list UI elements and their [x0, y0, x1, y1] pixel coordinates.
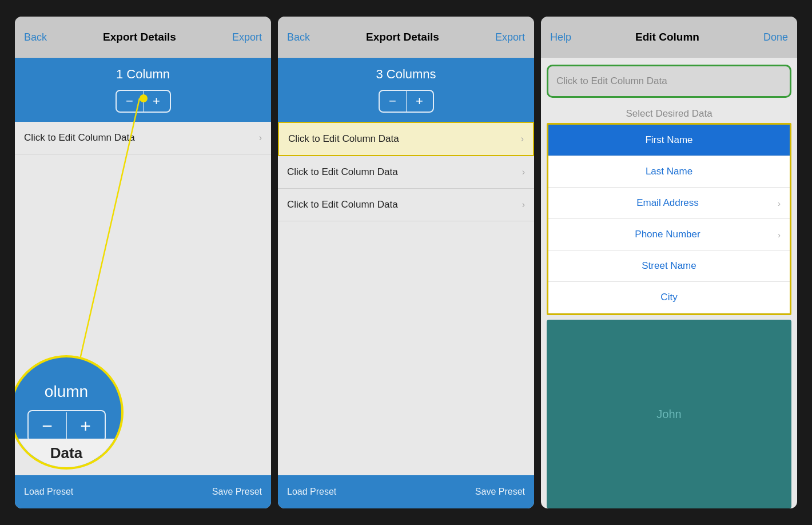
screen3-data-item-city-text: City — [558, 292, 781, 303]
screen1-title: Export Details — [103, 31, 176, 43]
zoom-circle-bottom: Data — [15, 439, 121, 467]
screen3-data-item-street[interactable]: Street Name — [548, 250, 790, 282]
screen3-data-item-lastname[interactable]: Last Name — [548, 156, 790, 188]
screen3-preview-text: John — [656, 408, 681, 421]
zoom-stepper: − + — [27, 410, 106, 442]
screen1-increment-button[interactable]: + — [144, 91, 170, 112]
screen1-back-button[interactable]: Back — [24, 31, 47, 43]
screen1-navbar: Back Export Details Export — [15, 17, 271, 58]
screen3-email-chevron-icon: › — [778, 198, 781, 208]
zoom-increment-icon: + — [67, 411, 105, 441]
screen3: Help Edit Column Done Click to Edit Colu… — [541, 17, 797, 508]
zoom-data-text: Data — [50, 444, 82, 462]
zoom-decrement-icon: − — [29, 411, 66, 441]
screen3-data-item-lastname-text: Last Name — [558, 166, 781, 177]
screen2-list: Click to Edit Column Data › Click to Edi… — [278, 122, 534, 475]
screen3-data-item-email[interactable]: Email Address › — [548, 188, 790, 219]
screen3-select-label: Select Desired Data — [541, 105, 797, 123]
screen3-help-button[interactable]: Help — [550, 31, 571, 43]
screen1-bottom-bar: Load Preset Save Preset — [15, 475, 271, 508]
screen1-save-preset-button[interactable]: Save Preset — [212, 487, 262, 497]
screen2-save-preset-button[interactable]: Save Preset — [475, 487, 525, 497]
screen2-load-preset-button[interactable]: Load Preset — [287, 487, 336, 497]
screen2-list-item-1-text: Click to Edit Column Data — [288, 133, 399, 145]
screen3-phone-chevron-icon: › — [778, 230, 781, 240]
zoom-circle: olumn − + Data — [15, 355, 124, 470]
screen2-list-item-3[interactable]: Click to Edit Column Data › — [278, 189, 534, 221]
screen2-chevron-3-icon: › — [522, 200, 525, 210]
screen2-bottom-bar: Load Preset Save Preset — [278, 475, 534, 508]
screen1-export-button[interactable]: Export — [232, 31, 262, 43]
screen3-edit-field[interactable]: Click to Edit Column Data — [547, 65, 791, 98]
screen3-content: Click to Edit Column Data Select Desired… — [541, 58, 797, 508]
screen3-data-item-email-text: Email Address — [558, 197, 778, 209]
screen2-increment-button[interactable]: + — [407, 91, 433, 112]
screen2-title: Export Details — [366, 31, 439, 43]
screen3-data-item-street-text: Street Name — [558, 260, 781, 272]
screen2-list-item-1[interactable]: Click to Edit Column Data › — [278, 122, 534, 156]
screen3-navbar: Help Edit Column Done — [541, 17, 797, 58]
screen3-data-item-city[interactable]: City — [548, 282, 790, 313]
screen3-title: Edit Column — [635, 31, 699, 43]
screen2-chevron-1-icon: › — [521, 134, 524, 144]
screen3-done-button[interactable]: Done — [763, 31, 788, 43]
screen3-data-item-phone-text: Phone Number — [558, 229, 778, 240]
screen2-chevron-2-icon: › — [522, 167, 525, 177]
screen1-header: 1 Column − + — [15, 58, 271, 122]
screen3-data-list: First Name Last Name Email Address › Pho… — [547, 123, 791, 315]
screen3-data-item-firstname-text: First Name — [558, 134, 781, 146]
screen2-back-button[interactable]: Back — [287, 31, 310, 43]
screen1-load-preset-button[interactable]: Load Preset — [24, 487, 73, 497]
screen1-list-item-1-text: Click to Edit Column Data — [24, 132, 135, 144]
screen2-list-item-2[interactable]: Click to Edit Column Data › — [278, 156, 534, 189]
screen1-column-count: 1 Column — [116, 67, 170, 82]
screen2-header: 3 Columns − + — [278, 58, 534, 122]
screen2-list-item-2-text: Click to Edit Column Data — [287, 166, 398, 178]
screen3-preview-area: John — [547, 320, 791, 508]
screen2-column-count: 3 Columns — [376, 67, 436, 82]
screen1-chevron-icon: › — [259, 133, 262, 143]
screen2-navbar: Back Export Details Export — [278, 17, 534, 58]
screen2: Back Export Details Export 3 Columns − +… — [278, 17, 534, 508]
screen1-list-item-1[interactable]: Click to Edit Column Data › — [15, 122, 271, 154]
screen2-list-item-3-text: Click to Edit Column Data — [287, 199, 398, 210]
screen2-stepper: − + — [379, 90, 434, 113]
screen1-decrement-button[interactable]: − — [117, 91, 143, 112]
zoom-circle-text: olumn — [45, 383, 88, 401]
screen2-decrement-button[interactable]: − — [380, 91, 406, 112]
screen1: Back Export Details Export 1 Column − + … — [15, 17, 271, 508]
screen3-data-item-phone[interactable]: Phone Number › — [548, 219, 790, 250]
screen3-data-item-firstname[interactable]: First Name — [548, 125, 790, 156]
annotation-dot — [140, 94, 148, 102]
screen2-export-button[interactable]: Export — [495, 31, 525, 43]
screen3-data-item-state[interactable]: State — [548, 313, 790, 315]
